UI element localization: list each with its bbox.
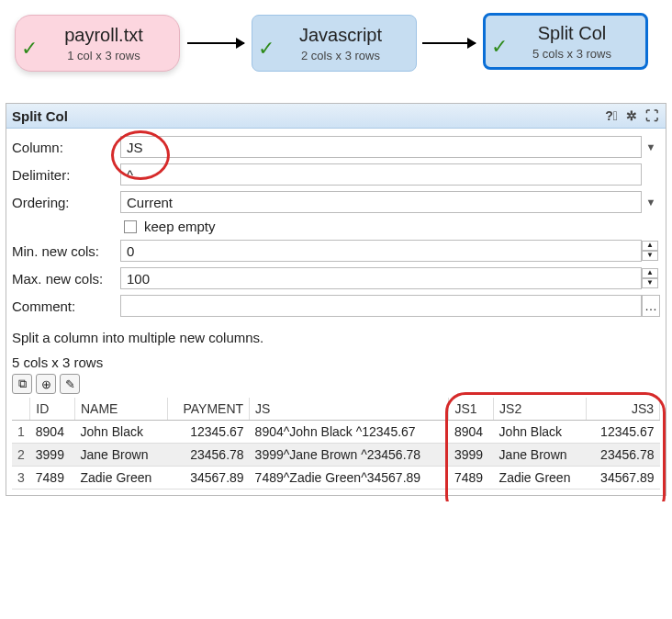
help-icon[interactable]: ?⃝	[601, 107, 622, 125]
check-icon: ✓	[491, 35, 508, 59]
results-table: ID NAME PAYMENT JS JS1 JS2 JS3 1 8904 Jo…	[12, 398, 660, 490]
check-icon: ✓	[21, 37, 38, 61]
keep-empty-label: keep empty	[144, 219, 216, 234]
gear-icon[interactable]: ✲	[622, 107, 642, 125]
node-subtitle: 1 col x 3 rows	[41, 49, 166, 62]
comment-more-button[interactable]: …	[642, 295, 660, 317]
col-header[interactable]: JS1	[449, 398, 494, 421]
column-label: Column:	[12, 140, 120, 155]
arrow-icon	[187, 42, 244, 44]
properties-panel: Split Col ?⃝ ✲ ⛶ Column: JS ▼ Delimiter:…	[6, 103, 666, 496]
panel-header: Split Col ?⃝ ✲ ⛶	[6, 104, 666, 129]
table-toolbar: ⧉ ⊕ ✎	[6, 370, 666, 398]
max-cols-input[interactable]: 100	[120, 267, 642, 289]
delimiter-label: Delimiter:	[12, 167, 120, 183]
node-title: payroll.txt	[41, 25, 166, 45]
node-title: Split Col	[511, 23, 633, 43]
ordering-select[interactable]: Current	[120, 191, 642, 213]
col-header[interactable]: ID	[30, 398, 75, 421]
arrow-icon	[422, 42, 476, 44]
col-header[interactable]: JS3	[587, 398, 660, 421]
comment-label: Comment:	[12, 298, 120, 314]
check-icon: ✓	[258, 37, 274, 61]
table-row[interactable]: 1 8904 John Black 12345.67 8904^John Bla…	[12, 421, 660, 444]
add-icon[interactable]: ⊕	[36, 374, 56, 394]
node-splitcol[interactable]: ✓ Split Col 5 cols x 3 rows	[483, 13, 648, 70]
min-cols-input[interactable]: 0	[120, 240, 642, 262]
chevron-down-icon[interactable]: ▼	[642, 141, 660, 152]
expand-icon[interactable]: ⛶	[642, 107, 662, 125]
node-subtitle: 5 cols x 3 rows	[511, 47, 633, 61]
col-header[interactable]: NAME	[75, 398, 168, 421]
delimiter-input[interactable]: ^	[120, 163, 642, 186]
copy-icon[interactable]: ⧉	[12, 374, 32, 394]
min-cols-label: Min. new cols:	[12, 243, 120, 259]
min-cols-spinner[interactable]: ▲▼	[642, 241, 660, 261]
table-row[interactable]: 2 3999 Jane Brown 23456.78 3999^Jane Bro…	[12, 444, 660, 467]
col-header[interactable]: PAYMENT	[168, 398, 250, 421]
comment-input[interactable]	[120, 295, 642, 317]
table-row[interactable]: 3 7489 Zadie Green 34567.89 7489^Zadie G…	[12, 467, 660, 490]
max-cols-label: Max. new cols:	[12, 271, 120, 287]
pipeline: ✓ payroll.txt 1 col x 3 rows ✓ Javascrip…	[6, 6, 666, 88]
node-javascript[interactable]: ✓ Javascript 2 cols x 3 rows	[252, 15, 417, 72]
table-status: 5 cols x 3 rows	[6, 349, 666, 370]
column-select[interactable]: JS	[120, 136, 642, 158]
panel-description: Split a column into multiple new columns…	[6, 322, 666, 349]
edit-icon[interactable]: ✎	[60, 374, 80, 394]
panel-title: Split Col	[10, 108, 601, 124]
col-header[interactable]: JS	[250, 398, 449, 421]
col-header[interactable]: JS2	[494, 398, 587, 421]
node-title: Javascript	[278, 25, 403, 45]
keep-empty-checkbox[interactable]	[124, 220, 137, 233]
node-subtitle: 2 cols x 3 rows	[278, 49, 403, 62]
ordering-label: Ordering:	[12, 195, 120, 210]
node-payroll[interactable]: ✓ payroll.txt 1 col x 3 rows	[15, 15, 180, 72]
max-cols-spinner[interactable]: ▲▼	[642, 268, 660, 288]
chevron-down-icon[interactable]: ▼	[642, 197, 660, 208]
